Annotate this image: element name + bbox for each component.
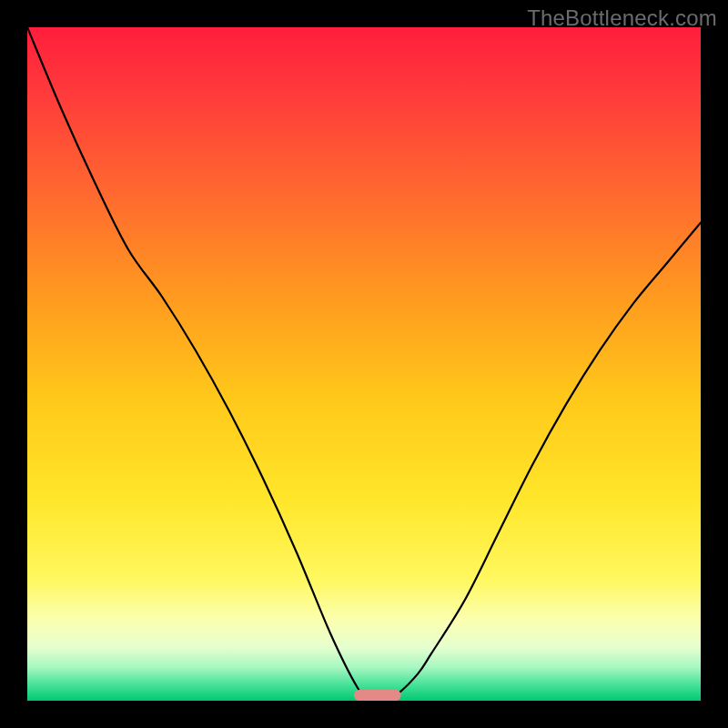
- curve-layer: [27, 27, 701, 701]
- bottleneck-curve: [27, 27, 701, 701]
- watermark-text: TheBottleneck.com: [527, 5, 717, 31]
- chart-frame: TheBottleneck.com: [0, 0, 728, 728]
- plot-area: [27, 27, 701, 701]
- optimal-marker: [354, 690, 401, 701]
